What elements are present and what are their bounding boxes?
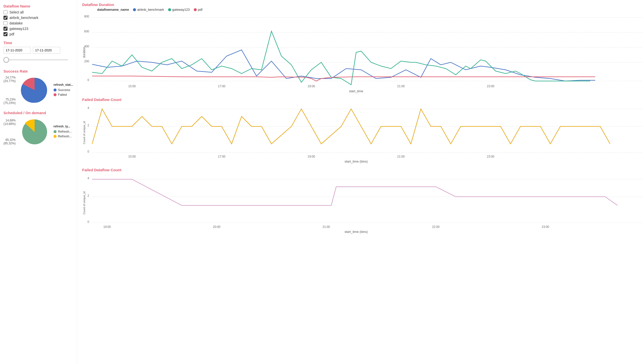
- pie2-chart: [20, 117, 50, 147]
- svg-text:23:00: 23:00: [487, 155, 494, 158]
- refresh2-label: Refresh...: [58, 134, 72, 138]
- svg-text:19:00: 19:00: [103, 225, 111, 229]
- gateway-dot: [168, 8, 171, 11]
- date-to-input[interactable]: [33, 47, 60, 54]
- svg-text:23:00: 23:00: [542, 225, 549, 229]
- pie2-big-pct: 85,32% (85,32%): [4, 138, 16, 145]
- svg-text:Count of unique_id: Count of unique_id: [83, 121, 86, 144]
- time-title: Time: [4, 41, 74, 45]
- svg-text:0: 0: [88, 220, 89, 224]
- pdf-legend-label: pdf: [198, 8, 202, 12]
- svg-text:4: 4: [88, 176, 89, 180]
- duration-legend-gateway: gateway123: [168, 8, 190, 12]
- failed-dot: [54, 93, 56, 96]
- pie1-container: 24,77% (24,77%) 75,23% (75,23%): [4, 75, 74, 105]
- duration-legend-pdf: pdf: [194, 8, 202, 12]
- failed-count2-svg: 4 2 0 Count of unique_id 19:00 20:00 21:…: [82, 173, 644, 235]
- checkbox-airbnb[interactable]: airbnb_benchmark: [4, 16, 74, 20]
- failed-count2-title: Failed Dataflow Count: [82, 168, 644, 172]
- svg-text:19:00: 19:00: [308, 155, 315, 158]
- pie1-success-pct: 75,23% (75,23%): [4, 98, 16, 105]
- duration-chart-block: Dataflow Duration dataflowname_name airb…: [82, 3, 644, 95]
- svg-text:15:00: 15:00: [128, 85, 136, 88]
- datalake-label: datalake: [10, 21, 23, 25]
- gateway-legend-label: gateway123: [172, 8, 190, 12]
- duration-legend: dataflowname_name airbnb_benchmark gatew…: [97, 8, 644, 12]
- pie2-legend-title: refresh_ty...: [54, 125, 72, 128]
- svg-text:2: 2: [88, 124, 89, 127]
- airbnb-label: airbnb_benchmark: [10, 16, 38, 20]
- duration-legend-airbnb: airbnb_benchmark: [133, 8, 164, 12]
- success-rate-title: Success Rate: [4, 69, 74, 73]
- gateway-label: gateway123: [10, 27, 28, 31]
- svg-text:22:00: 22:00: [432, 225, 440, 229]
- checkbox-datalake-input[interactable]: [4, 21, 8, 25]
- select-all-row[interactable]: Select all: [4, 10, 74, 14]
- failed-count2-chart-block: Failed Dataflow Count 4 2 0 Count of uni…: [82, 168, 644, 236]
- failed-count-title: Failed Dataflow Count: [82, 97, 644, 102]
- svg-text:23:00: 23:00: [487, 85, 494, 88]
- time-slider-container: [4, 56, 74, 64]
- select-all-label: Select all: [10, 10, 24, 14]
- failed-label: Failed: [58, 93, 67, 96]
- checkbox-gateway-input[interactable]: [4, 27, 8, 31]
- pdf-dot: [194, 8, 197, 11]
- svg-text:19:00: 19:00: [308, 85, 315, 88]
- slider-thumb[interactable]: [4, 57, 9, 63]
- time-section: Time: [4, 41, 74, 64]
- pie1-labels-left: 24,77% (24,77%) 75,23% (75,23%): [4, 76, 16, 105]
- svg-text:21:00: 21:00: [322, 225, 330, 229]
- checkbox-datalake[interactable]: datalake: [4, 21, 74, 25]
- select-all-checkbox[interactable]: [4, 10, 8, 14]
- success-rate-section: Success Rate 24,77% (24,77%) 75,23% (75,…: [4, 69, 74, 105]
- checkbox-pdf-input[interactable]: [4, 32, 8, 36]
- pie2-legend-refresh2: Refresh...: [54, 134, 72, 138]
- airbnb-legend-label: airbnb_benchmark: [137, 8, 164, 12]
- airbnb-dot: [133, 8, 136, 11]
- svg-text:Count of unique_id: Count of unique_id: [83, 192, 86, 214]
- refresh1-label: Refresh...: [58, 130, 72, 133]
- pie1-failed-pct: 24,77% (24,77%): [4, 76, 16, 83]
- svg-text:600: 600: [84, 30, 89, 33]
- svg-text:200: 200: [84, 60, 89, 63]
- date-row: [4, 47, 74, 54]
- svg-text:duration: duration: [82, 47, 86, 58]
- svg-text:start_time (bins): start_time (bins): [344, 159, 368, 163]
- svg-text:21:00: 21:00: [397, 155, 405, 158]
- pie1-legend-failed: Failed: [54, 93, 73, 96]
- svg-text:17:00: 17:00: [218, 85, 226, 88]
- svg-text:start_time: start_time: [349, 89, 363, 93]
- pie2-labels-left: 14,68% (14,68%) 85,32% (85,32%): [4, 119, 16, 145]
- duration-chart-svg: 800 600 400 200 0 duration 15:00 17:00 1…: [82, 13, 644, 95]
- duration-chart-title: Dataflow Duration: [82, 3, 644, 7]
- pie2-legend: refresh_ty... Refresh... Refresh...: [54, 125, 72, 139]
- svg-text:15:00: 15:00: [128, 155, 136, 158]
- duration-legend-label: dataflowname_name: [97, 8, 129, 12]
- failed-count-chart-block: Failed Dataflow Count 4 2 0 Count of uni…: [82, 97, 644, 166]
- svg-text:21:00: 21:00: [397, 85, 405, 88]
- failed-count-svg: 4 2 0 Count of unique_id 15:00 17:00 19:…: [82, 103, 644, 165]
- pie1-legend-success: Success: [54, 88, 73, 92]
- svg-text:start_time (bins): start_time (bins): [344, 230, 368, 234]
- refresh2-dot: [54, 135, 56, 138]
- svg-text:0: 0: [88, 150, 89, 153]
- checkbox-airbnb-input[interactable]: [4, 16, 8, 20]
- date-from-input[interactable]: [4, 47, 31, 54]
- pie2-small-pct: 14,68% (14,68%): [4, 119, 16, 126]
- svg-text:4: 4: [88, 106, 89, 110]
- svg-text:17:00: 17:00: [218, 155, 226, 158]
- pie1-chart: [20, 75, 50, 105]
- refresh1-dot: [54, 130, 56, 133]
- success-label: Success: [58, 88, 70, 92]
- pie2-legend-refresh1: Refresh...: [54, 130, 72, 133]
- svg-text:800: 800: [84, 15, 89, 18]
- svg-text:0: 0: [88, 78, 89, 82]
- scheduled-section: Scheduled / On demand 14,68% (14,68%) 85…: [4, 111, 74, 147]
- pie1-legend: refresh_stat... Success Failed: [54, 83, 73, 97]
- scheduled-title: Scheduled / On demand: [4, 111, 74, 115]
- svg-text:20:00: 20:00: [213, 225, 220, 229]
- checkbox-pdf[interactable]: pdf: [4, 32, 74, 36]
- dataflow-name-title: Dataflow Name: [4, 4, 74, 8]
- checkbox-gateway[interactable]: gateway123: [4, 27, 74, 31]
- pie1-legend-title: refresh_stat...: [54, 83, 73, 87]
